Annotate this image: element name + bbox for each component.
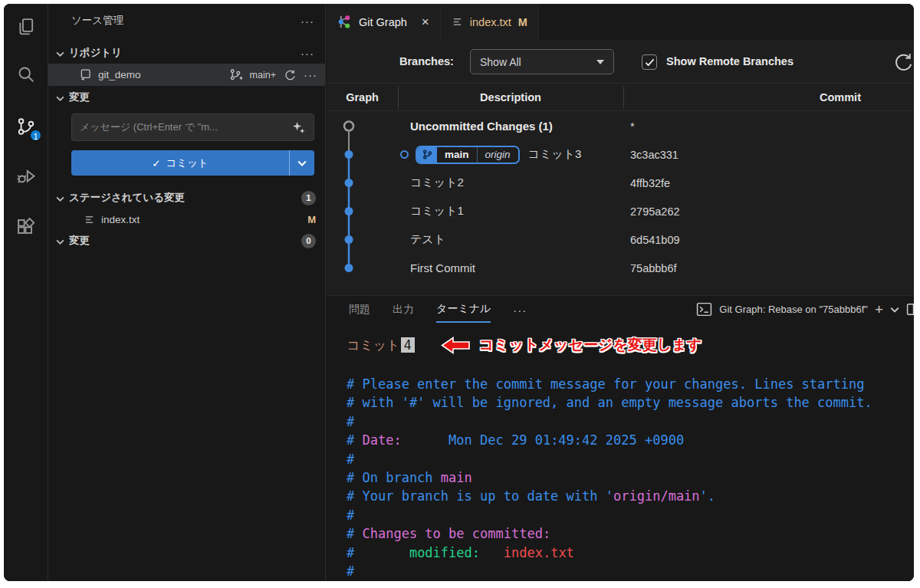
commit-row[interactable]: mainoriginコミット33c3ac331 [327,140,914,169]
commit-list: Uncommitted Changes (1)*mainoriginコミット33… [327,112,914,282]
tab-index-txt[interactable]: index.txt M [441,4,539,40]
commit-hash: 2795a262 [630,205,680,218]
branches-dropdown-value: Show All [480,56,521,68]
repo-icon [79,68,92,81]
terminal-session-label[interactable]: Git Graph: Rebase on "75abbb6f" [719,304,868,315]
column-commit[interactable]: Commit [787,84,894,110]
section-changes-2[interactable]: 変更 0 [48,231,325,251]
section-repositories[interactable]: リポジトリ ··· [48,44,325,62]
split-terminal-icon[interactable] [906,303,914,316]
files-icon [15,16,37,38]
branch-plus-icon[interactable] [229,68,242,81]
column-graph[interactable]: Graph [327,84,398,110]
show-remote-branches-checkbox[interactable] [642,54,657,70]
show-remote-branches-label: Show Remote Branches [666,55,794,67]
commit-hash: 6d541b09 [630,234,680,246]
branch-ref-pill[interactable]: mainorigin [416,146,520,164]
annotation-arrow-icon [441,337,470,354]
commit-row[interactable]: First Commit75abbb6f [327,254,914,282]
commit-row[interactable]: Uncommitted Changes (1)* [327,112,914,140]
commit-hash: 3c3ac331 [630,149,678,161]
refresh-icon[interactable] [892,51,914,73]
changes-count-badge: 0 [301,234,316,248]
annotation-text: コミットメッセージを変更します [479,335,702,355]
more-actions-icon[interactable]: ··· [301,15,314,28]
staged-count-badge: 1 [301,191,316,205]
close-icon[interactable]: × [422,15,429,30]
dropdown-arrow-icon [596,60,604,64]
activity-explorer[interactable] [4,8,48,45]
chevron-down-icon [56,48,64,59]
terminal-line: # On branch main [347,470,872,488]
modified-badge: M [518,16,527,28]
terminal-line: # Your branch is up to date with 'origin… [347,488,872,507]
commit-message-input[interactable]: メッセージ (Ctrl+Enter で "m... [71,113,314,141]
terminal-actions: Git Graph: Rebase on "75abbb6f" + [696,302,914,317]
terminal-line: # Please enter the commit message for yo… [347,376,872,395]
chevron-down-icon[interactable] [890,307,899,313]
commit-dropdown-button[interactable] [289,150,314,176]
check-icon [645,58,655,67]
commit-description: テスト [410,232,445,247]
more-actions-icon[interactable]: ··· [304,68,317,81]
git-graph-toolbar: Branches: Show All Show Remote Branches [327,40,914,83]
commit-description: コミット3 [528,147,582,162]
commit-row[interactable]: コミット24ffb32fe [327,169,914,197]
staged-file-row[interactable]: index.txt M [48,209,325,230]
vscode-window: 1 ソース管理 ··· リポジトリ ··· [4,4,914,581]
check-icon: ✓ [152,157,160,169]
editor-tabs: Git Graph × index.txt M [327,4,914,40]
remote-name-label: origin [478,147,518,163]
terminal-output[interactable]: # Please enter the commit message for yo… [347,376,872,581]
panel-tabs: 問題出力ターミナル··· [349,302,527,323]
branches-label: Branches: [399,55,454,67]
commit-description: コミット2 [410,176,464,190]
commit-hash: 4ffb32fe [630,177,670,189]
terminal-line: # with '#' will be ignored, and an empty… [347,395,872,413]
chevron-down-icon [297,160,307,166]
tab-git-graph[interactable]: Git Graph × [327,4,441,40]
sparkle-icon[interactable] [291,120,306,135]
repo-row-git-demo[interactable]: git_demo main+ ··· [48,64,325,86]
commit-hash: 75abbb6f [630,262,676,274]
activity-extensions[interactable] [4,209,48,246]
panel-tab[interactable]: 問題 [349,303,370,322]
commit-description: First Commit [410,261,475,274]
terminal-cursor: 4 [401,337,415,353]
panel-more-actions-icon[interactable]: ··· [513,304,527,322]
column-description[interactable]: Description [398,84,623,110]
more-actions-icon[interactable]: ··· [301,47,314,60]
terminal-line: # modified: index.txt [347,545,872,563]
commit-row[interactable]: テスト6d541b09 [327,225,914,254]
terminal-line: # [347,563,872,581]
section-staged-changes[interactable]: ステージされている変更 1 [48,188,325,208]
bottom-panel: 問題出力ターミナル··· Git Graph: Rebase on "75abb… [327,295,914,581]
branch-name-label: main [437,147,478,163]
terminal-line: # Changes to be committed: [347,526,872,544]
activity-run-debug[interactable] [4,158,48,195]
chevron-down-icon [56,192,64,204]
branches-dropdown[interactable]: Show All [470,49,614,74]
head-indicator-icon [400,150,409,159]
panel-tab[interactable]: 出力 [393,303,414,322]
commit-button[interactable]: ✓ コミット [71,150,314,176]
panel-tab[interactable]: ターミナル [436,302,491,323]
sync-icon[interactable] [284,69,296,81]
column-separator[interactable] [398,87,399,109]
new-terminal-button[interactable]: + [875,302,883,317]
git-graph-icon [337,15,352,29]
terminal-icon [696,302,712,317]
git-branch-icon [417,147,437,163]
column-separator[interactable] [623,87,624,109]
input-placeholder: メッセージ (Ctrl+Enter で "m... [80,120,291,134]
activity-search[interactable] [4,56,48,93]
git-graph-table-header: Graph Description Commit [327,83,914,111]
repo-name: git_demo [98,69,141,80]
activity-source-control[interactable]: 1 [4,108,48,145]
commit-message-text: コミット [347,337,400,354]
commit-row[interactable]: コミット12795a262 [327,197,914,225]
chevron-down-icon [56,92,64,103]
terminal-line: # [347,452,872,470]
section-changes[interactable]: 変更 [48,88,325,107]
scm-badge: 1 [29,129,42,142]
